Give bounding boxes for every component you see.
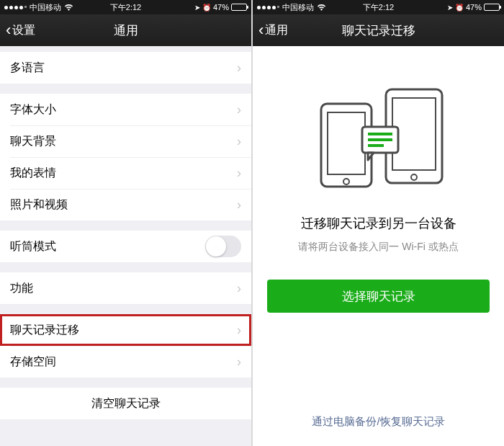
battery-percent: 47% (466, 3, 482, 12)
settings-list: 多语言 › 字体大小 › 聊天背景 › 我的表情 › 照片和视频 (0, 46, 251, 419)
select-chat-history-button[interactable]: 选择聊天记录 (267, 280, 490, 313)
signal-strength-icon (257, 6, 279, 9)
earpiece-mode-toggle[interactable] (205, 236, 241, 257)
back-label: 设置 (12, 23, 35, 38)
chevron-right-icon: › (237, 166, 241, 181)
back-button[interactable]: ‹ 通用 (258, 22, 288, 38)
clock: 下午2:12 (363, 2, 394, 13)
row-clear-chat-history[interactable]: 清空聊天记录 (0, 388, 251, 419)
row-label: 照片和视频 (10, 197, 68, 213)
chevron-right-icon: › (237, 197, 241, 213)
svg-rect-1 (328, 112, 365, 174)
battery-icon (484, 4, 500, 11)
phone-right-chat-migration: 中国移动 下午2:12 ➤ ⏰ 47% ‹ 通用 聊天记录迁移 (253, 0, 504, 446)
wifi-icon (317, 4, 326, 11)
row-features[interactable]: 功能 › (0, 272, 251, 304)
row-label: 多语言 (10, 61, 45, 76)
row-chat-background[interactable]: 聊天背景 › (0, 125, 251, 157)
wifi-icon (64, 4, 73, 11)
row-label: 清空聊天记录 (91, 396, 161, 411)
row-storage[interactable]: 存储空间 › (0, 346, 251, 378)
row-multilanguage[interactable]: 多语言 › (0, 52, 251, 84)
location-icon: ➤ (194, 4, 200, 12)
backup-via-computer-link[interactable]: 通过电脑备份/恢复聊天记录 (253, 415, 504, 429)
back-label: 通用 (265, 23, 288, 38)
migration-headline: 迁移聊天记录到另一台设备 (301, 215, 456, 232)
row-label: 存储空间 (10, 354, 56, 370)
chevron-right-icon: › (237, 134, 241, 149)
alarm-icon: ⏰ (202, 4, 211, 12)
nav-bar: ‹ 通用 聊天记录迁移 (253, 14, 504, 46)
chevron-left-icon: ‹ (6, 22, 11, 38)
chevron-left-icon: ‹ (258, 22, 264, 38)
row-label: 功能 (10, 281, 33, 296)
location-icon: ➤ (447, 4, 453, 12)
chevron-right-icon: › (237, 61, 241, 76)
migration-body: 迁移聊天记录到另一台设备 请将两台设备接入同一 Wi-Fi 或热点 选择聊天记录… (253, 46, 504, 446)
carrier-label: 中国移动 (282, 2, 314, 13)
nav-bar: ‹ 设置 通用 (0, 14, 251, 46)
battery-icon (231, 4, 247, 11)
back-button[interactable]: ‹ 设置 (6, 22, 35, 38)
svg-point-2 (343, 179, 349, 184)
battery-percent: 47% (213, 3, 229, 12)
status-bar: 中国移动 下午2:12 ➤ ⏰ 47% (0, 0, 251, 14)
row-chat-migration[interactable]: 聊天记录迁移 › (0, 314, 251, 346)
migration-subtext: 请将两台设备接入同一 Wi-Fi 或热点 (298, 241, 458, 254)
clock: 下午2:12 (110, 2, 141, 13)
page-title: 聊天记录迁移 (342, 22, 415, 39)
status-bar: 中国移动 下午2:12 ➤ ⏰ 47% (253, 0, 504, 14)
row-earpiece-mode[interactable]: 听筒模式 (0, 231, 251, 262)
phone-left-general-settings: 中国移动 下午2:12 ➤ ⏰ 47% ‹ 设置 通用 多 (0, 0, 251, 446)
page-title: 通用 (114, 22, 138, 39)
two-phones-illustration (310, 82, 447, 193)
row-label: 聊天记录迁移 (10, 323, 79, 338)
row-label: 我的表情 (10, 166, 56, 181)
row-label: 字体大小 (10, 102, 56, 117)
signal-strength-icon (4, 6, 27, 9)
chevron-right-icon: › (237, 323, 241, 338)
row-label: 听筒模式 (10, 239, 56, 254)
row-label: 聊天背景 (10, 134, 56, 149)
chevron-right-icon: › (237, 354, 241, 370)
chevron-right-icon: › (237, 281, 241, 296)
chevron-right-icon: › (237, 102, 241, 117)
row-my-stickers[interactable]: 我的表情 › (0, 157, 251, 189)
row-font-size[interactable]: 字体大小 › (0, 94, 251, 125)
row-photos-videos[interactable]: 照片和视频 › (0, 189, 251, 220)
alarm-icon: ⏰ (455, 4, 464, 12)
carrier-label: 中国移动 (30, 2, 61, 13)
